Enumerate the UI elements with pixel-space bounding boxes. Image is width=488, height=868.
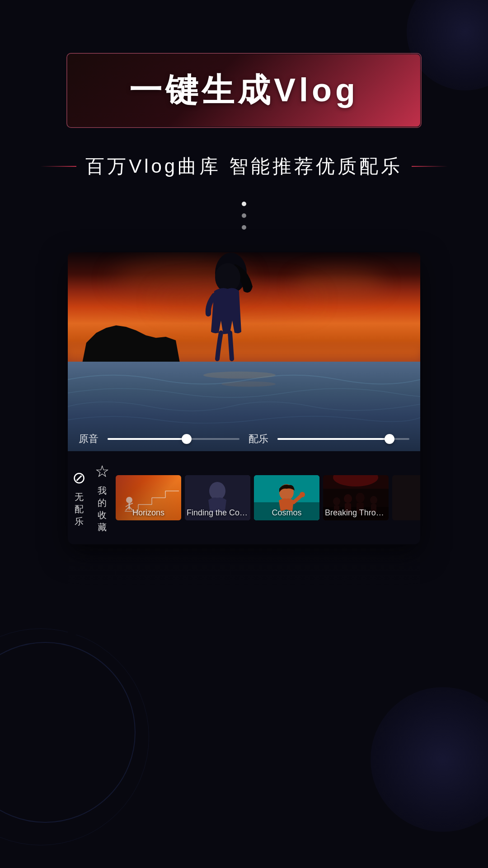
person-svg (198, 252, 253, 368)
dot-3[interactable] (242, 225, 246, 230)
svg-point-1 (221, 382, 276, 387)
music-audio-label: 配乐 (249, 432, 268, 446)
svg-point-26 (333, 497, 340, 505)
no-music-icon: ⊘ (72, 468, 86, 487)
svg-point-3 (215, 263, 240, 292)
original-audio-label: 原音 (79, 432, 99, 446)
video-card: 原音 配乐 ⊘ 无配乐 ☆ 我的收藏 (68, 252, 420, 544)
next-partial-art (392, 475, 420, 520)
reflection-fade (68, 544, 420, 635)
main-content: 一键生成Vlog 百万Vlog曲库 智能推荐优质配乐 (0, 0, 488, 635)
subtitle-dash-left (40, 166, 76, 167)
dot-2[interactable] (242, 213, 246, 218)
dot-1[interactable] (242, 202, 246, 206)
svg-point-18 (209, 482, 225, 500)
reflection-container: ⊘无配乐 ☆我的收藏 Horizons Finding the Con... C… (68, 544, 420, 635)
no-music-label: 无配乐 (72, 491, 86, 528)
person-silhouette (198, 252, 253, 370)
video-scene: 原音 配乐 (68, 252, 420, 451)
music-tracks-bar: ⊘ 无配乐 ☆ 我的收藏 (68, 451, 420, 544)
music-audio-slider[interactable] (277, 438, 409, 440)
horizons-name: Horizons (116, 508, 181, 518)
audio-controls: 原音 配乐 (68, 432, 420, 446)
hero-title: 一键生成Vlog (68, 54, 420, 127)
breaking-name: Breaking Through (323, 508, 389, 518)
track-cosmos[interactable]: Cosmos (254, 475, 319, 520)
favorites-icon: ☆ (95, 462, 109, 481)
track-favorites[interactable]: ☆ 我的收藏 (90, 458, 114, 537)
bg-arc-2 (0, 628, 149, 845)
svg-point-30 (356, 493, 365, 503)
dots-indicator (242, 202, 246, 230)
svg-rect-36 (392, 475, 420, 520)
track-horizons[interactable]: Horizons (116, 475, 181, 520)
finding-name: Finding the Con... (185, 508, 250, 518)
svg-point-28 (344, 494, 352, 503)
subtitle-row: 百万Vlog曲库 智能推荐优质配乐 (40, 154, 448, 179)
svg-point-23 (300, 492, 305, 497)
hero-banner: 一键生成Vlog (68, 54, 420, 127)
svg-point-32 (370, 496, 377, 504)
bg-decoration-bottom-right (371, 687, 488, 832)
cosmos-name: Cosmos (254, 508, 319, 518)
track-finding[interactable]: Finding the Con... (185, 475, 250, 520)
cloud-2 (294, 270, 384, 297)
track-breaking[interactable]: Breaking Through (323, 475, 389, 520)
favorites-label: 我的收藏 (95, 485, 109, 533)
subtitle-dash-right (412, 166, 448, 167)
original-audio-slider[interactable] (108, 438, 239, 440)
track-next-partial[interactable] (392, 475, 420, 520)
subtitle-text: 百万Vlog曲库 智能推荐优质配乐 (85, 154, 403, 179)
track-no-music[interactable]: ⊘ 无配乐 (68, 465, 90, 531)
svg-point-0 (203, 372, 276, 379)
